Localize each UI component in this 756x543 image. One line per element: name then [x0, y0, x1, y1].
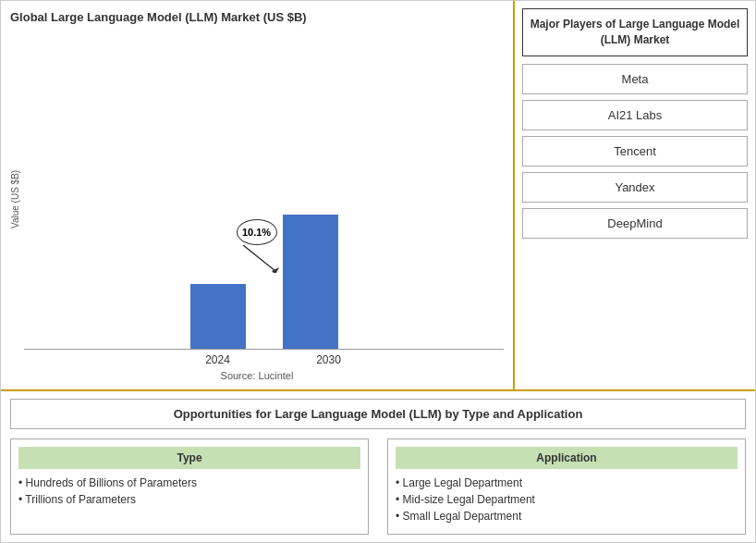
bars-container: 10.1%: [24, 201, 504, 349]
bar-2030: [283, 215, 338, 349]
annotation-container: 10.1%: [237, 219, 277, 245]
player-meta: Meta: [522, 64, 748, 94]
chart-area: Global Large Language Model (LLM) Market…: [1, 1, 515, 389]
player-ai21labs: AI21 Labs: [522, 100, 748, 130]
type-item-1: Hundreds of Billions of Parameters: [18, 476, 360, 489]
app-item-1: Large Legal Department: [396, 476, 738, 489]
app-item-2: Mid-size Legal Department: [396, 493, 738, 506]
annotation-text: 10.1%: [242, 227, 271, 238]
axis-line: [24, 349, 504, 350]
top-section: Global Large Language Model (LLM) Market…: [1, 1, 755, 391]
application-column-header: Application: [396, 447, 738, 469]
bar-2024: [190, 284, 246, 349]
player-yandex: Yandex: [522, 172, 748, 203]
svg-line-0: [243, 245, 275, 271]
arrow-svg: [238, 245, 285, 273]
player-deepmind: DeepMind: [522, 208, 748, 239]
application-column-box: Application Large Legal Department Mid-s…: [387, 438, 746, 535]
players-area: Major Players of Large Language Model (L…: [515, 1, 755, 389]
bar-group-2030: [283, 215, 338, 349]
x-label-2030: 2030: [301, 353, 357, 366]
bottom-columns: Type Hundreds of Billions of Parameters …: [10, 438, 746, 535]
opportunities-title: Opportunities for Large Language Model (…: [10, 399, 746, 429]
x-axis: 2024 2030: [24, 353, 504, 366]
chart-title: Global Large Language Model (LLM) Market…: [10, 10, 504, 24]
type-column-list: Hundreds of Billions of Parameters Trill…: [18, 476, 360, 506]
annotation-bubble: 10.1%: [237, 219, 277, 245]
application-column-list: Large Legal Department Mid-size Legal De…: [396, 476, 738, 523]
app-item-3: Small Legal Department: [396, 510, 738, 523]
players-title: Major Players of Large Language Model (L…: [522, 8, 748, 56]
chart-inner: 10.1%: [24, 31, 504, 366]
type-column-box: Type Hundreds of Billions of Parameters …: [10, 438, 369, 535]
player-tencent: Tencent: [522, 136, 748, 167]
chart-wrapper: Value (US $B) 10.1%: [10, 31, 504, 366]
bottom-section: Opportunities for Large Language Model (…: [1, 391, 755, 542]
main-container: Global Large Language Model (LLM) Market…: [0, 0, 756, 543]
type-column-header: Type: [18, 447, 360, 469]
bar-group-2024: [190, 284, 246, 349]
x-label-2024: 2024: [190, 353, 246, 366]
type-item-2: Trillions of Parameters: [18, 493, 360, 506]
source-text: Source: Lucintel: [10, 370, 504, 381]
y-axis-label: Value (US $B): [10, 31, 20, 366]
